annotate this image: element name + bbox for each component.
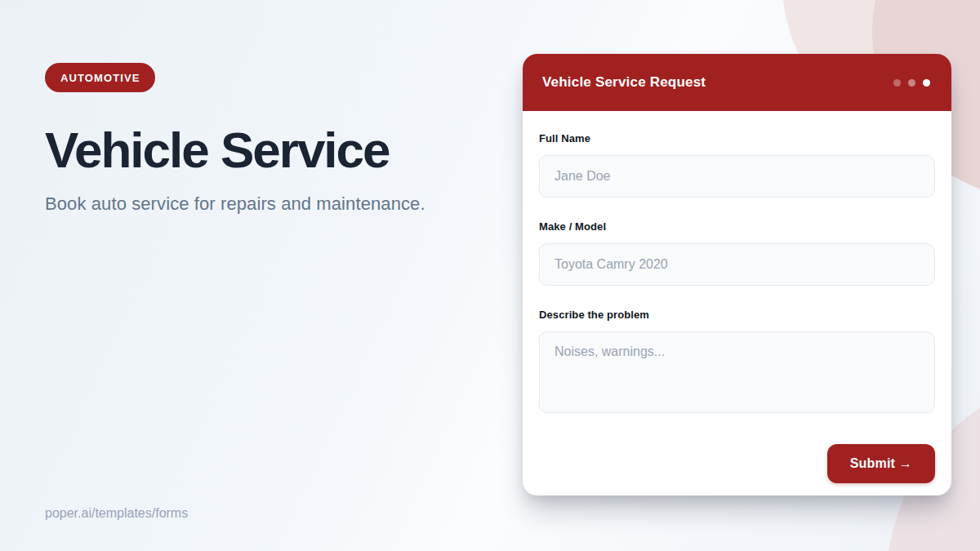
field-problem-description: Describe the problem <box>539 309 935 413</box>
full-name-input[interactable] <box>539 155 935 198</box>
make-model-label: Make / Model <box>539 220 935 233</box>
field-full-name: Full Name <box>539 132 935 198</box>
submit-button[interactable]: Submit → <box>827 444 935 483</box>
problem-description-textarea[interactable] <box>539 331 935 413</box>
card-title: Vehicle Service Request <box>542 74 706 91</box>
field-make-model: Make / Model <box>539 220 935 286</box>
intro-section: AUTOMOTIVE Vehicle Service Book auto ser… <box>45 63 502 215</box>
window-dots-icon <box>893 79 930 87</box>
window-dot-icon <box>923 79 930 87</box>
category-badge: AUTOMOTIVE <box>45 63 155 92</box>
page-title: Vehicle Service <box>45 125 502 176</box>
footer-url: poper.ai/templates/forms <box>45 506 188 521</box>
page-subtitle: Book auto service for repairs and mainte… <box>45 193 502 215</box>
window-dot-icon <box>908 79 915 87</box>
card-body: Full Name Make / Model Describe the prob… <box>523 111 951 495</box>
card-header: Vehicle Service Request <box>523 54 951 111</box>
card-actions: Submit → <box>539 444 935 483</box>
full-name-label: Full Name <box>539 132 935 145</box>
make-model-input[interactable] <box>539 243 935 286</box>
form-card: Vehicle Service Request Full Name Make /… <box>523 54 951 495</box>
problem-description-label: Describe the problem <box>539 309 935 322</box>
window-dot-icon <box>893 79 901 87</box>
